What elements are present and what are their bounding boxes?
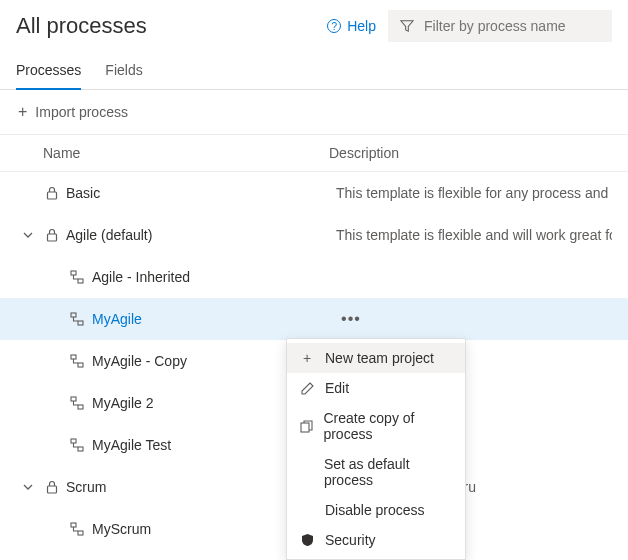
name-cell: Agile (default) — [46, 227, 328, 243]
menu-label: Disable process — [325, 502, 425, 518]
plus-icon: + — [299, 350, 315, 366]
chevron-down-icon[interactable] — [18, 481, 38, 493]
lock-icon — [46, 480, 58, 494]
name-cell: MyAgile — [46, 311, 328, 327]
description-cell: This template is flexible and will work … — [336, 227, 612, 243]
menu-security[interactable]: Security — [287, 525, 465, 555]
svg-rect-4 — [71, 313, 76, 317]
process-name: MyAgile - Copy — [92, 353, 187, 369]
menu-new-team-project[interactable]: + New team project — [287, 343, 465, 373]
inherited-icon — [70, 522, 84, 536]
menu-label: Set as default process — [324, 456, 453, 488]
import-process-button[interactable]: + Import process — [18, 104, 128, 120]
page-header: All processes ? Help — [0, 0, 628, 46]
lock-icon — [46, 186, 58, 200]
help-label: Help — [347, 18, 376, 34]
process-name: MyAgile — [92, 311, 142, 327]
help-icon: ? — [327, 19, 341, 33]
svg-rect-15 — [301, 423, 309, 432]
menu-label: Security — [325, 532, 376, 548]
inherited-icon — [70, 312, 84, 326]
name-cell: Agile - Inherited — [46, 269, 328, 285]
plus-icon: + — [18, 104, 27, 120]
svg-rect-8 — [71, 397, 76, 401]
process-name: Scrum — [66, 479, 106, 495]
filter-icon — [400, 19, 414, 33]
svg-rect-6 — [71, 355, 76, 359]
process-name: MyAgile Test — [92, 437, 171, 453]
svg-rect-2 — [71, 271, 76, 275]
page-title: All processes — [16, 13, 315, 39]
name-cell: Basic — [46, 185, 328, 201]
pencil-icon — [299, 382, 315, 395]
menu-create-copy[interactable]: Create copy of process — [287, 403, 465, 449]
table-header: Name Description — [0, 134, 628, 172]
svg-rect-9 — [78, 405, 83, 409]
svg-rect-1 — [48, 234, 57, 241]
svg-rect-12 — [48, 486, 57, 493]
context-menu: + New team project Edit Create copy of p… — [286, 338, 466, 560]
svg-rect-13 — [71, 523, 76, 527]
filter-box[interactable] — [388, 10, 612, 42]
inherited-icon — [70, 270, 84, 284]
menu-label: Edit — [325, 380, 349, 396]
svg-rect-0 — [48, 192, 57, 199]
tab-processes[interactable]: Processes — [16, 52, 81, 90]
column-name[interactable]: Name — [43, 145, 321, 161]
shield-icon — [299, 533, 315, 547]
table-row[interactable]: Agile (default) This template is flexibl… — [0, 214, 628, 256]
process-name: MyScrum — [92, 521, 151, 537]
process-name: Agile (default) — [66, 227, 152, 243]
import-label: Import process — [35, 104, 128, 120]
process-name: Basic — [66, 185, 100, 201]
column-description[interactable]: Description — [329, 145, 612, 161]
table-row[interactable]: MyAgile ••• — [0, 298, 628, 340]
tab-fields[interactable]: Fields — [105, 52, 142, 90]
inherited-icon — [70, 396, 84, 410]
inherited-icon — [70, 354, 84, 368]
menu-label: New team project — [325, 350, 434, 366]
chevron-down-icon[interactable] — [18, 229, 38, 241]
inherited-icon — [70, 438, 84, 452]
menu-edit[interactable]: Edit — [287, 373, 465, 403]
svg-rect-10 — [71, 439, 76, 443]
svg-rect-5 — [78, 321, 83, 325]
lock-icon — [46, 228, 58, 242]
filter-input[interactable] — [424, 18, 600, 34]
description-cell: This template is flexible for any proces… — [336, 185, 612, 201]
tabs: Processes Fields — [0, 52, 628, 90]
svg-rect-14 — [78, 531, 83, 535]
copy-icon — [299, 420, 313, 433]
svg-rect-7 — [78, 363, 83, 367]
process-name: Agile - Inherited — [92, 269, 190, 285]
table-row[interactable]: Basic This template is flexible for any … — [0, 172, 628, 214]
svg-rect-11 — [78, 447, 83, 451]
menu-label: Create copy of process — [323, 410, 453, 442]
help-link[interactable]: ? Help — [327, 18, 376, 34]
menu-set-default[interactable]: Set as default process — [287, 449, 465, 495]
svg-rect-3 — [78, 279, 83, 283]
toolbar: + Import process — [0, 90, 628, 134]
table-row[interactable]: Agile - Inherited — [0, 256, 628, 298]
menu-disable-process[interactable]: Disable process — [287, 495, 465, 525]
more-actions-button[interactable]: ••• — [336, 310, 366, 328]
process-name: MyAgile 2 — [92, 395, 153, 411]
